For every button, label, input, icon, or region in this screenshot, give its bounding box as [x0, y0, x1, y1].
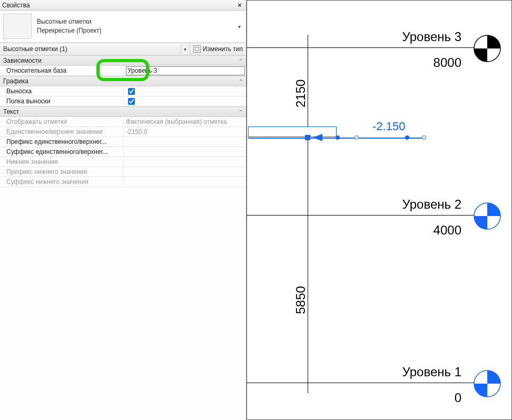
spot-grip-ring[interactable]	[355, 135, 359, 140]
value-relative-base[interactable]: Уровень 3	[124, 66, 246, 75]
checkbox-leader[interactable]	[128, 88, 135, 95]
drawing-canvas[interactable]: Уровень 3 8000 Уровень 2 4000 Уровень 1 …	[247, 0, 512, 420]
spot-arrow-icon	[313, 134, 322, 141]
label-prefix-upper: Префикс единственного/верхнег...	[0, 138, 124, 145]
row-display-elevations: Отображать отметки Фактическая (выбранна…	[0, 117, 246, 127]
row-lower-value: Нижнее значение	[0, 157, 246, 167]
group-constraints[interactable]: Зависимости ⌃	[0, 55, 246, 66]
dim-tick	[300, 383, 315, 383]
edit-type-label: Изменить тип	[203, 45, 243, 53]
spot-grip[interactable]	[305, 135, 310, 140]
value-single-upper: -2150.0	[124, 128, 246, 135]
level-3-line[interactable]	[247, 47, 488, 48]
level-3-name[interactable]: Уровень 3	[402, 30, 461, 44]
label-leader: Выноска	[0, 87, 124, 95]
spot-grip-dot[interactable]	[405, 135, 409, 140]
group-graphics-label: Графика	[3, 77, 28, 85]
type-name: Перекрестье (Проект)	[37, 26, 235, 35]
row-relative-base: Относительная база Уровень 3	[0, 66, 246, 76]
group-text-label: Текст	[3, 108, 19, 115]
panel-titlebar: Свойства ×	[0, 0, 246, 11]
row-prefix-lower: Префикс нижнего значения	[0, 167, 246, 177]
checkbox-leader-shoulder[interactable]	[128, 98, 135, 105]
row-prefix-upper: Префикс единственного/верхнег...	[0, 137, 246, 147]
level-1-marker[interactable]	[474, 370, 501, 397]
dimension-value-2[interactable]: 5850	[293, 286, 308, 314]
level-1-name[interactable]: Уровень 1	[402, 365, 461, 379]
relative-base-combo[interactable]: Уровень 3	[126, 66, 245, 75]
spot-grip-ring[interactable]	[422, 135, 426, 140]
row-suffix-lower: Суффикс нижнего значения	[0, 177, 246, 187]
spot-value[interactable]: -2.150	[372, 120, 405, 133]
type-text: Высотные отметки Перекрестье (Проект)	[37, 17, 235, 35]
level-3-value[interactable]: 8000	[434, 55, 461, 70]
group-graphics[interactable]: Графика ⌃	[0, 76, 246, 86]
row-leader-shoulder: Полка выноски	[0, 96, 246, 106]
collapse-icon[interactable]: ⌃	[239, 58, 243, 64]
row-leader: Выноска	[0, 86, 246, 96]
spot-selection-bbox	[248, 126, 337, 137]
edit-type-icon	[193, 45, 201, 53]
label-prefix-lower: Префикс нижнего значения	[0, 168, 124, 175]
level-2-line[interactable]	[247, 215, 488, 216]
level-3-marker[interactable]	[474, 35, 501, 62]
group-constraints-label: Зависимости	[3, 57, 42, 64]
dim-tick	[300, 47, 315, 48]
filter-dropdown-icon[interactable]: ▾	[181, 43, 190, 55]
label-relative-base: Относительная база	[0, 67, 124, 74]
type-selector[interactable]: Высотные отметки Перекрестье (Проект) ▾	[0, 11, 246, 43]
edit-type-button[interactable]: Изменить тип	[190, 45, 246, 53]
level-1-value[interactable]: 0	[455, 390, 461, 405]
dimension-value-1[interactable]: 2150	[293, 80, 308, 108]
row-suffix-upper: Суффикс единственного/верхнег...	[0, 147, 246, 157]
level-2-marker[interactable]	[474, 202, 501, 230]
value-display-elevations: Фактическая (выбранная) отметка	[124, 118, 246, 125]
label-lower-value: Нижнее значение	[0, 158, 124, 165]
label-display-elevations: Отображать отметки	[0, 118, 124, 125]
selection-filter[interactable]	[0, 44, 181, 54]
row-single-upper: Единственное/верхнее значение -2150.0	[0, 127, 246, 137]
level-1-line[interactable]	[247, 383, 488, 383]
collapse-icon[interactable]: ⌃	[239, 109, 243, 115]
label-single-upper: Единственное/верхнее значение	[0, 128, 124, 135]
close-icon[interactable]: ×	[235, 2, 244, 9]
panel-title: Свойства	[2, 2, 30, 9]
label-suffix-lower: Суффикс нижнего значения	[0, 178, 124, 185]
label-suffix-upper: Суффикс единственного/верхнег...	[0, 148, 124, 155]
type-family: Высотные отметки	[37, 17, 235, 26]
label-leader-shoulder: Полка выноски	[0, 97, 124, 105]
level-2-value[interactable]: 4000	[434, 223, 461, 238]
chevron-down-icon[interactable]: ▾	[235, 24, 243, 30]
type-thumbnail	[3, 14, 32, 39]
dim-tick	[300, 215, 315, 216]
filter-row: ▾ Изменить тип	[0, 43, 246, 55]
group-text[interactable]: Текст ⌃	[0, 106, 246, 117]
properties-panel: Свойства × Высотные отметки Перекрестье …	[0, 0, 247, 420]
spot-grip-dot[interactable]	[336, 135, 340, 140]
collapse-icon[interactable]: ⌃	[239, 79, 243, 84]
level-2-name[interactable]: Уровень 2	[402, 197, 461, 212]
